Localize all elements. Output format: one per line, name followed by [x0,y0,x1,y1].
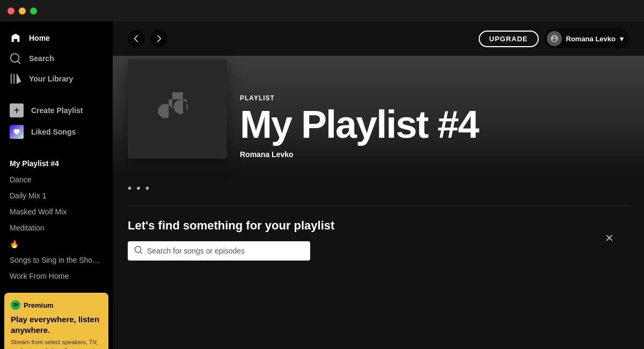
hero-info: PLAYLIST My Playlist #4 Romana Levko [240,94,478,159]
user-menu-button[interactable]: Romana Levko ▾ [544,28,629,49]
user-avatar [547,31,562,46]
playlist-item-work-from-home[interactable]: Work From Home [4,268,108,284]
playlist-item-meditation[interactable]: Meditation [4,220,108,236]
close-find-button[interactable]: ✕ [605,232,614,244]
create-playlist-item[interactable]: + Create Playlist [4,100,108,121]
premium-banner[interactable]: Premium Play everywhere, listen anywhere… [4,293,108,349]
user-name: Romana Levko [566,35,616,43]
top-bar: UPGRADE Romana Levko ▾ [113,21,644,56]
content-area: • • • Let's find something for your play… [113,174,644,349]
forward-button[interactable] [150,30,167,47]
search-icon [10,53,21,64]
plus-icon: + [10,103,24,117]
find-heading: Let's find something for your playlist [128,219,629,233]
liked-songs-item[interactable]: Liked Songs [4,121,108,143]
song-search-input[interactable] [128,241,310,261]
actions-row: • • • [128,182,629,195]
top-bar-right: UPGRADE Romana Levko ▾ [479,28,630,49]
sidebar-item-home-label: Home [29,34,50,42]
more-options-button[interactable]: • • • [128,182,150,195]
spotify-logo-icon [11,300,20,310]
playlist-item-fire[interactable]: 🔥 [4,236,108,252]
upgrade-button[interactable]: UPGRADE [479,31,539,47]
premium-description: Stream from select speakers, TV, or phon… [11,338,102,349]
playlist-item-dance[interactable]: Dance [4,172,108,188]
sidebar-item-search-label: Search [29,54,54,63]
main-content: UPGRADE Romana Levko ▾ [113,21,644,349]
find-section-wrapper: Let's find something for your playlist ✕ [128,219,629,261]
heart-icon [10,125,24,139]
sidebar-actions: + Create Playlist Liked Songs [0,98,113,145]
playlist-type-label: PLAYLIST [240,94,478,102]
liked-songs-label: Liked Songs [31,128,76,136]
find-section: Let's find something for your playlist [128,219,629,261]
hero-section: PLAYLIST My Playlist #4 Romana Levko [113,56,644,174]
search-box-icon [134,246,143,256]
music-note-icon [156,87,199,132]
back-button[interactable] [128,30,145,47]
playlist-item-songs-to-sing[interactable]: Songs to Sing in the Shower [4,252,108,268]
sidebar: Home Search Your Library + Create Playli… [0,21,113,349]
sidebar-item-library-label: Your Library [29,75,73,83]
playlist-owner: Romana Levko [240,150,478,159]
sidebar-item-library[interactable]: Your Library [4,69,108,89]
close-button[interactable] [8,8,14,14]
sidebar-item-home[interactable]: Home [4,28,108,48]
library-icon [10,73,21,85]
song-search-box [128,241,310,261]
playlist-item-daily-mix-1[interactable]: Daily Mix 1 [4,188,108,204]
playlist-item-masked-wolf-mix[interactable]: Masked Wolf Mix [4,204,108,220]
premium-title: Play everywhere, listen anywhere. [11,314,102,335]
sidebar-item-search[interactable]: Search [4,48,108,69]
chevron-down-icon: ▾ [620,35,624,43]
create-playlist-label: Create Playlist [31,106,83,115]
playlist-cover [128,60,227,159]
playlist-item-my-playlist-4[interactable]: My Playlist #4 [4,155,108,172]
premium-header: Premium [11,300,102,310]
premium-label: Premium [24,301,54,309]
section-divider [128,205,629,206]
minimize-button[interactable] [19,8,26,14]
nav-buttons [128,30,167,47]
titlebar [0,0,644,21]
playlist-list: My Playlist #4 Dance Daily Mix 1 Masked … [0,153,113,288]
home-icon [10,32,21,44]
fullscreen-button[interactable] [30,8,37,14]
sidebar-nav: Home Search Your Library [0,21,113,89]
traffic-lights [8,8,37,14]
playlist-title: My Playlist #4 [240,105,478,144]
